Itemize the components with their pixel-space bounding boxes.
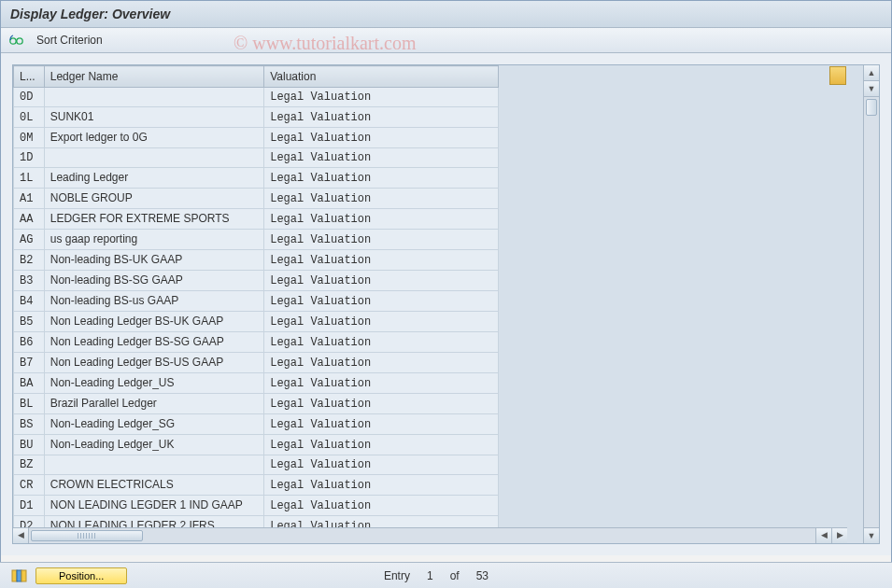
cell-ledger-id[interactable]: BS bbox=[14, 414, 45, 435]
cell-valuation[interactable]: Legal Valuation bbox=[264, 435, 499, 455]
cell-valuation[interactable]: Legal Valuation bbox=[264, 475, 499, 496]
hscroll-thumb[interactable] bbox=[31, 530, 143, 541]
cell-ledger-id[interactable]: 0M bbox=[14, 128, 45, 148]
table-row[interactable]: B7Non Leading Ledger BS-US GAAPLegal Val… bbox=[14, 353, 499, 373]
cell-ledger-name[interactable]: Export ledger to 0G bbox=[44, 128, 263, 148]
cell-ledger-id[interactable]: 1D bbox=[14, 148, 45, 168]
cell-ledger-name[interactable]: Non-Leading Ledger_US bbox=[44, 373, 263, 394]
cell-ledger-id[interactable]: BA bbox=[14, 373, 45, 394]
table-row[interactable]: B5Non Leading Ledger BS-UK GAAPLegal Val… bbox=[14, 312, 499, 332]
cell-ledger-name[interactable]: SUNK01 bbox=[44, 107, 263, 128]
cell-ledger-name[interactable] bbox=[44, 88, 263, 107]
cell-valuation[interactable]: Legal Valuation bbox=[264, 394, 499, 414]
column-config-icon[interactable] bbox=[829, 66, 846, 85]
cell-ledger-name[interactable]: Non Leading Ledger BS-UK GAAP bbox=[44, 312, 263, 332]
cell-ledger-name[interactable]: NON LEADING LEGDER 1 IND GAAP bbox=[44, 496, 263, 516]
cell-ledger-name[interactable]: NON LEADING LEGDER 2 IFRS bbox=[44, 516, 263, 528]
col-header-name[interactable]: Ledger Name bbox=[44, 66, 263, 88]
scroll-left-icon[interactable]: ◀ bbox=[13, 528, 29, 543]
table-row[interactable]: AGus gaap reportingLegal Valuation bbox=[14, 230, 499, 250]
vertical-scrollbar[interactable]: ▲ ▼ ▼ bbox=[863, 65, 879, 543]
cell-ledger-id[interactable]: 0D bbox=[14, 88, 45, 107]
cell-ledger-id[interactable]: B5 bbox=[14, 312, 45, 332]
cell-valuation[interactable]: Legal Valuation bbox=[264, 271, 499, 291]
cell-ledger-id[interactable]: AG bbox=[14, 230, 45, 250]
table-row[interactable]: 0MExport ledger to 0GLegal Valuation bbox=[14, 128, 499, 148]
cell-valuation[interactable]: Legal Valuation bbox=[264, 168, 499, 189]
vscroll-thumb[interactable] bbox=[866, 99, 877, 116]
table-row[interactable]: BLBrazil Parallel LedgerLegal Valuation bbox=[14, 394, 499, 414]
cell-ledger-id[interactable]: D2 bbox=[14, 516, 45, 528]
sort-criterion-button[interactable]: Sort Criterion bbox=[29, 32, 110, 49]
cell-valuation[interactable]: Legal Valuation bbox=[264, 353, 499, 373]
table-row[interactable]: B2Non-leading BS-UK GAAPLegal Valuation bbox=[14, 250, 499, 271]
horizontal-scrollbar[interactable]: ◀ ◀ ▶ bbox=[13, 527, 847, 543]
table-row[interactable]: AALEDGER FOR EXTREME SPORTSLegal Valuati… bbox=[14, 209, 499, 230]
cell-valuation[interactable]: Legal Valuation bbox=[264, 148, 499, 168]
cell-ledger-name[interactable]: LEDGER FOR EXTREME SPORTS bbox=[44, 209, 263, 230]
cell-ledger-id[interactable]: B7 bbox=[14, 353, 45, 373]
scroll-right-step-icon[interactable]: ◀ bbox=[815, 528, 831, 543]
table-row[interactable]: 1LLeading LedgerLegal Valuation bbox=[14, 168, 499, 189]
cell-ledger-name[interactable]: Non-Leading Ledger_UK bbox=[44, 435, 263, 455]
cell-ledger-name[interactable]: Non-leading BS-SG GAAP bbox=[44, 271, 263, 291]
cell-valuation[interactable]: Legal Valuation bbox=[264, 516, 499, 528]
cell-ledger-name[interactable]: us gaap reporting bbox=[44, 230, 263, 250]
cell-valuation[interactable]: Legal Valuation bbox=[264, 88, 499, 107]
cell-ledger-name[interactable]: Leading Ledger bbox=[44, 168, 263, 189]
scroll-down-icon[interactable]: ▼ bbox=[864, 527, 879, 543]
cell-valuation[interactable]: Legal Valuation bbox=[264, 230, 499, 250]
cell-ledger-id[interactable]: 0L bbox=[14, 107, 45, 128]
cell-ledger-id[interactable]: B6 bbox=[14, 332, 45, 353]
table-row[interactable]: 0DLegal Valuation bbox=[14, 88, 499, 107]
cell-ledger-name[interactable] bbox=[44, 455, 263, 475]
cell-ledger-name[interactable]: CROWN ELECTRICALS bbox=[44, 475, 263, 496]
table-row[interactable]: 1DLegal Valuation bbox=[14, 148, 499, 168]
cell-ledger-id[interactable]: A1 bbox=[14, 189, 45, 209]
col-header-id[interactable]: L... bbox=[14, 66, 45, 88]
cell-ledger-name[interactable]: Non Leading Ledger BS-US GAAP bbox=[44, 353, 263, 373]
glasses-icon[interactable] bbox=[8, 33, 23, 48]
position-icon[interactable] bbox=[11, 568, 28, 583]
cell-ledger-id[interactable]: B4 bbox=[14, 291, 45, 312]
table-row[interactable]: D1NON LEADING LEGDER 1 IND GAAPLegal Val… bbox=[14, 496, 499, 516]
cell-valuation[interactable]: Legal Valuation bbox=[264, 332, 499, 353]
cell-valuation[interactable]: Legal Valuation bbox=[264, 128, 499, 148]
cell-valuation[interactable]: Legal Valuation bbox=[264, 189, 499, 209]
cell-ledger-name[interactable]: NOBLE GROUP bbox=[44, 189, 263, 209]
table-row[interactable]: A1NOBLE GROUPLegal Valuation bbox=[14, 189, 499, 209]
scroll-right-icon[interactable]: ▶ bbox=[831, 528, 847, 543]
scroll-up-icon[interactable]: ▲ bbox=[864, 65, 879, 81]
cell-ledger-id[interactable]: BL bbox=[14, 394, 45, 414]
vscroll-track[interactable] bbox=[864, 97, 879, 527]
cell-ledger-name[interactable]: Non-Leading Ledger_SG bbox=[44, 414, 263, 435]
cell-ledger-id[interactable]: BZ bbox=[14, 455, 45, 475]
scroll-up-step-icon[interactable]: ▼ bbox=[864, 81, 879, 97]
cell-valuation[interactable]: Legal Valuation bbox=[264, 312, 499, 332]
table-row[interactable]: D2NON LEADING LEGDER 2 IFRSLegal Valuati… bbox=[14, 516, 499, 528]
cell-ledger-id[interactable]: B2 bbox=[14, 250, 45, 271]
cell-valuation[interactable]: Legal Valuation bbox=[264, 209, 499, 230]
cell-valuation[interactable]: Legal Valuation bbox=[264, 455, 499, 475]
table-row[interactable]: BZLegal Valuation bbox=[14, 455, 499, 475]
cell-ledger-name[interactable] bbox=[44, 148, 263, 168]
position-button[interactable]: Position... bbox=[35, 567, 127, 584]
cell-valuation[interactable]: Legal Valuation bbox=[264, 414, 499, 435]
table-row[interactable]: BUNon-Leading Ledger_UKLegal Valuation bbox=[14, 435, 499, 455]
cell-ledger-id[interactable]: 1L bbox=[14, 168, 45, 189]
cell-ledger-name[interactable]: Non Leading Ledger BS-SG GAAP bbox=[44, 332, 263, 353]
table-row[interactable]: BANon-Leading Ledger_USLegal Valuation bbox=[14, 373, 499, 394]
cell-valuation[interactable]: Legal Valuation bbox=[264, 107, 499, 128]
cell-ledger-name[interactable]: Non-leading BS-us GAAP bbox=[44, 291, 263, 312]
cell-ledger-id[interactable]: BU bbox=[14, 435, 45, 455]
cell-valuation[interactable]: Legal Valuation bbox=[264, 250, 499, 271]
cell-ledger-name[interactable]: Non-leading BS-UK GAAP bbox=[44, 250, 263, 271]
cell-ledger-id[interactable]: D1 bbox=[14, 496, 45, 516]
table-row[interactable]: B6Non Leading Ledger BS-SG GAAPLegal Val… bbox=[14, 332, 499, 353]
cell-ledger-name[interactable]: Brazil Parallel Ledger bbox=[44, 394, 263, 414]
table-row[interactable]: 0LSUNK01Legal Valuation bbox=[14, 107, 499, 128]
table-row[interactable]: B3Non-leading BS-SG GAAPLegal Valuation bbox=[14, 271, 499, 291]
col-header-valuation[interactable]: Valuation bbox=[264, 66, 499, 88]
cell-valuation[interactable]: Legal Valuation bbox=[264, 496, 499, 516]
cell-valuation[interactable]: Legal Valuation bbox=[264, 291, 499, 312]
